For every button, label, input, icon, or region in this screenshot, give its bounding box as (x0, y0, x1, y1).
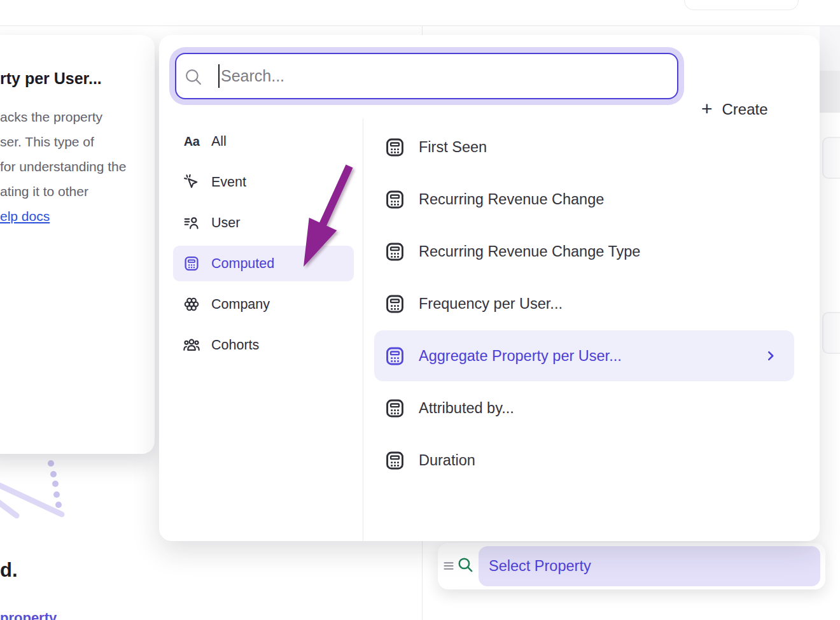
calculator-icon (384, 398, 405, 419)
calculator-icon (182, 255, 201, 272)
property-item-duration[interactable]: Duration (374, 435, 794, 486)
property-label: First Seen (419, 139, 487, 156)
property-label: Duration (419, 452, 475, 469)
property-item-first-seen[interactable]: First Seen (374, 122, 794, 173)
tooltip-body-line: ating it to other (0, 179, 126, 204)
category-label: Company (211, 297, 270, 313)
category-label: Event (211, 174, 246, 190)
tooltip-title-fragment: rty per User... (0, 69, 102, 88)
background-strip (820, 71, 840, 113)
category-label: Cohorts (211, 337, 259, 353)
property-item-attributed-by[interactable]: Attributed by... (374, 383, 794, 433)
calculator-icon (384, 137, 405, 158)
category-label: User (211, 215, 240, 231)
category-item-all[interactable]: Aa All (173, 123, 354, 159)
property-label: Attributed by... (419, 400, 514, 417)
select-property-label: Select Property (489, 558, 591, 574)
category-item-company[interactable]: Company (173, 286, 354, 322)
panel-divider (363, 118, 363, 541)
property-label: Recurring Revenue Change Type (419, 243, 640, 260)
drag-handle-icon[interactable] (443, 560, 455, 574)
company-cluster-icon (182, 296, 201, 313)
tooltip-body-line: acks the property (0, 104, 126, 129)
property-tooltip-card: rty per User... acks the property ser. T… (0, 35, 155, 454)
clipped-toolbar-button[interactable] (684, 0, 799, 10)
background-strip (820, 26, 840, 71)
property-label: Aggregate Property per User... (419, 348, 622, 365)
tooltip-body-line: for understanding the (0, 154, 126, 179)
chevron-right-icon (764, 349, 778, 363)
property-item-frequency-per-user[interactable]: Frequency per User... (374, 278, 794, 329)
create-button-label: Create (722, 101, 768, 118)
property-item-aggregate-property-per-user[interactable]: Aggregate Property per User... (374, 330, 794, 381)
property-item-recurring-revenue-change-type[interactable]: Recurring Revenue Change Type (374, 226, 794, 277)
clipped-background-card (822, 137, 840, 179)
tooltip-body: acks the property ser. This type of for … (0, 104, 126, 229)
category-item-computed[interactable]: Computed (173, 246, 354, 281)
calculator-icon (384, 241, 405, 262)
property-search-icon (457, 556, 474, 576)
page-top-divider (0, 25, 840, 26)
canvas-heading-fragment: d. (0, 559, 18, 582)
property-label: Frequency per User... (419, 295, 563, 313)
help-docs-link[interactable]: elp docs (0, 204, 50, 229)
text-aa-icon: Aa (182, 134, 201, 149)
calculator-icon (384, 450, 405, 471)
screenshot-root: { "picker": { "search": { "placeholder":… (0, 0, 840, 620)
text-caret (218, 64, 220, 88)
plus-icon: + (701, 99, 713, 118)
calculator-icon (384, 189, 405, 210)
category-item-user[interactable]: User (173, 205, 354, 241)
select-property-button[interactable]: Select Property (479, 546, 820, 586)
cohorts-people-icon (182, 337, 201, 353)
user-list-icon (182, 215, 201, 231)
search-input[interactable] (175, 53, 678, 99)
click-cursor-icon (182, 174, 201, 190)
property-label: Recurring Revenue Change (419, 191, 604, 208)
calculator-icon (384, 293, 405, 314)
category-label: All (211, 134, 227, 150)
clipped-link-fragment[interactable]: property (0, 610, 57, 620)
tooltip-body-line: ser. This type of (0, 129, 126, 154)
category-label: Computed (211, 256, 274, 272)
property-item-recurring-revenue-change[interactable]: Recurring Revenue Change (374, 174, 794, 225)
property-picker-panel: + Create Aa All Event (159, 35, 820, 541)
query-builder-card: Select Property (438, 543, 825, 589)
category-item-event[interactable]: Event (173, 164, 354, 200)
category-item-cohorts[interactable]: Cohorts (173, 327, 354, 363)
clipped-background-card (822, 312, 840, 354)
calculator-icon (384, 346, 405, 367)
